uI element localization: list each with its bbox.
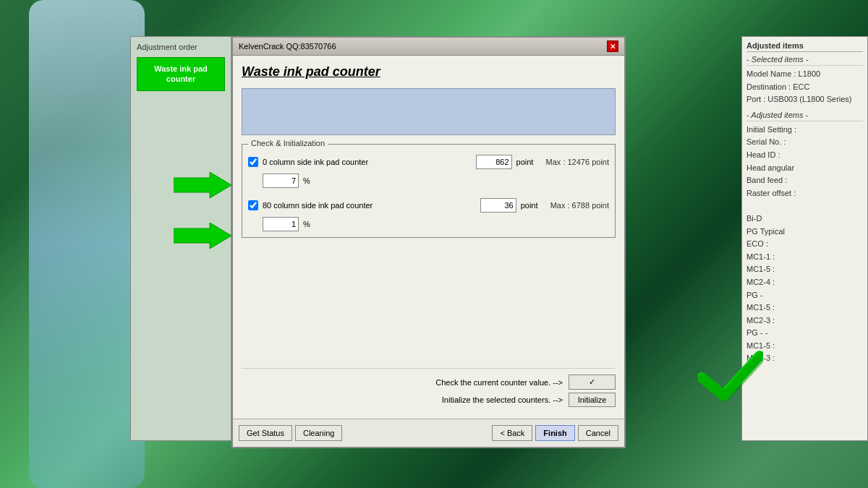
bi-d-line: Bi-D (746, 213, 863, 226)
pg-line: PG - (746, 289, 863, 302)
adjusted-items-title: Adjusted items (746, 41, 863, 52)
counter1-sub-row: 7 % (263, 174, 609, 188)
cleaning-button[interactable]: Cleaning (295, 425, 342, 441)
counter1-percent-unit: % (303, 176, 328, 185)
counter1-checkbox[interactable] (248, 157, 258, 167)
adjusted-items-label: - Adjusted items - (746, 111, 863, 121)
check-action-row: Check the current counter value. --> ✓ (242, 374, 616, 390)
mc2-3b-line: MC2-3 : (746, 352, 863, 365)
arrow-indicator-1 (174, 172, 231, 200)
selected-items-label: - Selected items - (746, 55, 863, 66)
counter2-checkbox[interactable] (248, 200, 258, 210)
main-dialog: KelvenCrack QQ:83570766 ✕ Waste ink pad … (231, 36, 626, 448)
init-action-row: Initialize the selected counters. --> In… (242, 393, 616, 407)
serial-no-line: Serial No. : (746, 136, 863, 149)
bottom-actions: Check the current counter value. --> ✓ I… (242, 368, 616, 410)
counter2-max: Max : 6788 point (550, 201, 609, 210)
waste-ink-pad-counter-button[interactable]: Waste ink padcounter (137, 57, 225, 91)
arrow-indicator-2 (174, 223, 231, 251)
arrow-right-icon-1 (174, 172, 231, 198)
info-display-box (242, 88, 616, 135)
counter2-row: 80 column side ink pad counter 36 point … (248, 198, 609, 213)
counter1-max: Max : 12476 point (546, 158, 609, 166)
adjustment-order-title: Adjustment order (137, 43, 225, 51)
big-checkmark-icon (698, 348, 763, 406)
model-name-line: Model Name : L1800 (746, 68, 863, 81)
svg-marker-1 (174, 223, 231, 249)
mc2-4-line: MC2-4 : (746, 276, 863, 289)
mc1-5-line: MC1-5 : (746, 263, 863, 276)
dialog-toolbar: Get Status Cleaning < Back Finish Cancel (233, 419, 624, 447)
check-init-group: Check & Initialization 0 column side ink… (242, 144, 616, 238)
counter1-unit: point (516, 158, 542, 166)
mc1-1-line: MC1-1 : (746, 251, 863, 264)
counter2-label: 80 column side ink pad counter (263, 201, 476, 210)
head-angular-line: Head angular (746, 162, 863, 175)
initial-setting-line: Initial Setting : (746, 124, 863, 137)
dialog-heading: Waste ink pad counter (242, 64, 616, 80)
dialog-title: KelvenCrack QQ:83570766 (239, 42, 336, 51)
raster-offset-line: Raster offset : (746, 187, 863, 200)
selected-items-section: - Selected items - Model Name : L1800 De… (746, 55, 863, 106)
counter2-percent-value: 1 (263, 217, 299, 231)
counter1-row: 0 column side ink pad counter 862 point … (248, 155, 609, 169)
dialog-titlebar: KelvenCrack QQ:83570766 ✕ (233, 38, 624, 56)
blank-line (746, 200, 863, 213)
initialize-button[interactable]: Initialize (569, 393, 616, 407)
pg2-line: PG - - (746, 327, 863, 340)
destination-line: Destination : ECC (746, 81, 863, 94)
mc1-5b-line: MC1-5 : (746, 301, 863, 314)
adjusted-items-section: - Adjusted items - Initial Setting : Ser… (746, 111, 863, 365)
svg-marker-0 (174, 172, 231, 198)
check-counter-button[interactable]: ✓ (569, 374, 616, 390)
counter2-sub-row: 1 % (263, 217, 609, 231)
counter1-label: 0 column side ink pad counter (263, 158, 472, 166)
port-line: Port : USB003 (L1800 Series) (746, 93, 863, 106)
counter2-unit: point (521, 201, 546, 210)
counter2-value: 36 (480, 198, 516, 213)
band-feed-line: Band feed : (746, 174, 863, 187)
close-button[interactable]: ✕ (607, 40, 618, 52)
eco-line: ECO : (746, 238, 863, 251)
counter1-value: 862 (476, 155, 512, 169)
counter1-percent-value: 7 (263, 174, 299, 188)
mc1-5c-line: MC1-5 : (746, 340, 863, 353)
init-action-text: Initialize the selected counters. --> (242, 395, 563, 404)
back-button[interactable]: < Back (492, 425, 532, 441)
cancel-button[interactable]: Cancel (578, 425, 618, 441)
arrow-right-icon-2 (174, 223, 231, 249)
head-id-line: Head ID : (746, 149, 863, 162)
finish-button[interactable]: Finish (535, 425, 574, 441)
dialog-content: Waste ink pad counter Check & Initializa… (233, 56, 624, 419)
counter2-percent-unit: % (303, 220, 328, 228)
checkmark-overlay (698, 348, 763, 408)
check-action-text: Check the current counter value. --> (242, 378, 563, 387)
pg-typical-line: PG Typical (746, 226, 863, 239)
check-init-label: Check & Initialization (248, 139, 328, 147)
get-status-button[interactable]: Get Status (239, 425, 292, 441)
mc2-3-line: MC2-3 : (746, 314, 863, 328)
